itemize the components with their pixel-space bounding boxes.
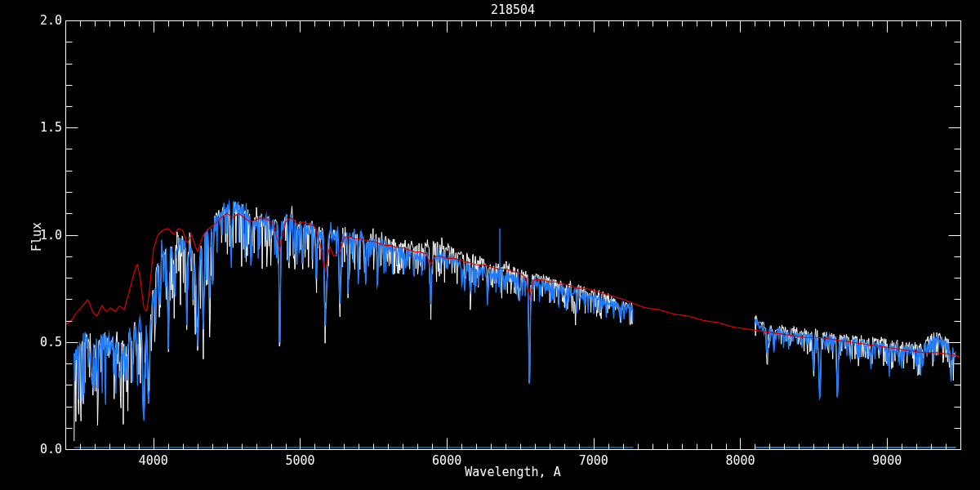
spectrum-canvas bbox=[0, 0, 980, 490]
x-tick-label: 4000 bbox=[125, 454, 182, 467]
x-tick-label: 8000 bbox=[711, 454, 768, 467]
y-tick-label: 2.0 bbox=[29, 14, 62, 27]
y-tick-label: 0.5 bbox=[29, 336, 62, 349]
x-tick-label: 6000 bbox=[418, 454, 475, 467]
plot-title: 218504 bbox=[65, 3, 960, 16]
y-tick-label: 1.5 bbox=[29, 121, 62, 134]
x-tick-label: 9000 bbox=[858, 454, 915, 467]
y-tick-label: 0.0 bbox=[29, 443, 62, 456]
y-tick-label: 1.0 bbox=[29, 229, 62, 242]
spectrum-plot: 218504 Flux Wavelength, A 0.00.51.01.52.… bbox=[0, 0, 980, 490]
x-tick-label: 7000 bbox=[565, 454, 622, 467]
x-axis-label: Wavelength, A bbox=[65, 466, 960, 479]
x-tick-label: 5000 bbox=[271, 454, 328, 467]
